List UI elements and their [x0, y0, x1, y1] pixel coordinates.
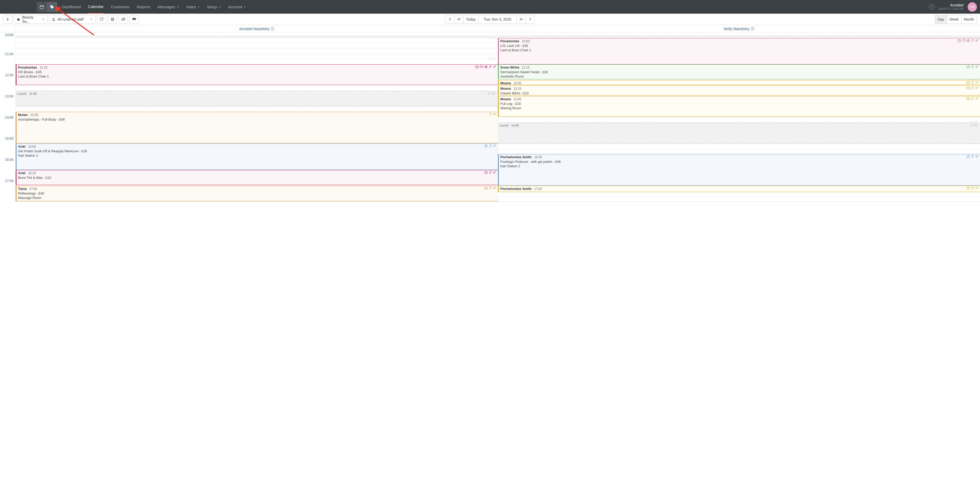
time-label: 11:00: [0, 54, 16, 75]
nav-customers[interactable]: Customers: [111, 0, 130, 14]
unavailable-block: [498, 35, 980, 38]
view-day-button[interactable]: Day: [935, 15, 947, 24]
cloud-icon: [480, 65, 483, 68]
time-gutter: 10:0011:0012:0013:0014:0015:0016:0017:00: [0, 33, 16, 202]
svg-rect-19: [967, 82, 970, 84]
time-label: 14:00: [0, 117, 16, 138]
next-week-button[interactable]: [517, 15, 526, 24]
person-icon: [971, 97, 974, 100]
caret-down-icon: ▼: [177, 6, 179, 8]
nav-messages[interactable]: Messages▼: [158, 0, 179, 14]
svg-point-20: [972, 81, 973, 83]
event-time: 12:45: [514, 97, 521, 101]
event-desc: HD Brows - £35: [18, 70, 496, 75]
person-icon: [489, 113, 492, 116]
svg-point-12: [490, 171, 491, 172]
event-icons: [967, 86, 978, 90]
calendar-event[interactable]: Mulan13:30Aromatherapy - Full Body - £48: [16, 112, 498, 143]
calendar-event[interactable]: Moana12:15Classic Bikini - £10: [498, 86, 980, 95]
calendar-event[interactable]: Snow White11:15DermaQuest Sweet Facial -…: [498, 64, 980, 79]
event-time: 16:15: [28, 171, 36, 175]
avatar[interactable]: AM: [967, 2, 977, 11]
event-customer: Pochahontas Smith: [500, 155, 531, 159]
tag-icon-button[interactable]: [47, 2, 57, 12]
calendar-event[interactable]: Ariel15:00Gel Polish Soak Off & Reapply …: [16, 143, 498, 170]
svg-rect-6: [476, 66, 479, 68]
calendar-event[interactable]: Pocahontas11:15HD Brows - £35Lash & Brow…: [16, 64, 498, 85]
check-icon: [493, 65, 496, 68]
event-customer: Lunch: [17, 91, 26, 96]
svg-rect-23: [967, 98, 970, 100]
hide-button[interactable]: [119, 15, 128, 24]
event-time: 12:00: [514, 81, 521, 85]
today-button[interactable]: Today: [463, 15, 479, 24]
expand-button[interactable]: [3, 15, 13, 24]
event-room: Nail Station 1: [18, 153, 496, 158]
nav-sales[interactable]: Sales▼: [186, 0, 200, 14]
calendar-event[interactable]: Pochahontas Smith15:30Footlogix Pedicure…: [498, 154, 980, 186]
calendar-event[interactable]: Moana12:45Full Leg - £20Waxing Room: [498, 96, 980, 117]
location-dropdown[interactable]: Beauty Sa... ▼: [14, 15, 48, 24]
svg-point-28: [972, 187, 973, 188]
calendar-event[interactable]: Pochahontas Smith17:00: [498, 186, 980, 192]
refresh-button[interactable]: [97, 15, 106, 24]
nav-reports[interactable]: Reports: [137, 0, 151, 14]
account-name: Annabel: [939, 3, 964, 8]
event-desc: Gel Polish Soak Off & Reapply Manicure -…: [18, 149, 496, 154]
help-icon[interactable]: ?: [929, 4, 935, 10]
next-day-button[interactable]: [526, 15, 535, 24]
event-customer: Mulan: [18, 113, 28, 117]
calendar-icon-button[interactable]: [37, 2, 47, 12]
date-picker[interactable]: Tue, Nov 3, 2020: [478, 15, 517, 24]
event-icons: [489, 113, 496, 116]
svg-rect-15: [958, 40, 961, 42]
svg-rect-17: [967, 66, 970, 68]
check-icon: [975, 39, 978, 42]
brief-icon: [967, 65, 970, 68]
calendar-event[interactable]: Lunch14:0014:00: [498, 122, 980, 143]
event-icons: [967, 65, 978, 68]
view-month-button[interactable]: Month: [961, 15, 977, 24]
column-header-2[interactable]: Molly Mawdsley: [498, 25, 980, 32]
calendar-event[interactable]: Tiana17:00Reflexology - £40Massage Room: [16, 186, 498, 201]
event-customer: Lunch: [500, 123, 509, 128]
event-customer: Tiana: [18, 186, 27, 191]
calendar-event[interactable]: Pocahontas10:00LVL Lash Lift - £35Lash &…: [498, 38, 980, 64]
cloud-download-button[interactable]: [129, 15, 139, 24]
event-customer: Ariel: [18, 144, 25, 149]
prev-day-button[interactable]: [445, 15, 454, 24]
svg-point-8: [490, 113, 491, 114]
view-week-button[interactable]: Week: [947, 15, 962, 24]
nav-dashboard[interactable]: Dashboard: [62, 0, 81, 14]
nav-account[interactable]: Account▼: [228, 0, 246, 14]
event-customer: Pocahontas: [500, 39, 519, 43]
calendar-event[interactable]: Lunch12:3012:30: [16, 91, 498, 107]
check-icon: [493, 113, 496, 116]
calendar-column-2[interactable]: 10:0011:0012:0013:0014:0015:0016:0017:00…: [498, 33, 980, 202]
event-desc: Brow Tint & Wax - £12: [18, 175, 496, 180]
time-label: 15:00: [0, 138, 16, 159]
svg-rect-9: [485, 145, 487, 147]
event-customer: Moana: [500, 97, 511, 102]
event-time: 12:15: [514, 87, 521, 91]
account-block[interactable]: Annabel BEAUTY SALON: [939, 3, 964, 11]
event-icons: [967, 81, 978, 84]
calendar-toolbar: Beauty Sa... ▼ All rostered staff ▼ Toda…: [0, 14, 980, 25]
staff-dropdown[interactable]: All rostered staff ▼: [49, 15, 95, 24]
svg-point-22: [972, 87, 973, 88]
nav-calendar[interactable]: Calendar: [88, 0, 103, 14]
event-time: 11:15: [522, 65, 530, 70]
column-header-1[interactable]: Annabel Mawdsley: [16, 25, 498, 32]
event-icons: [967, 97, 978, 100]
person-icon: [489, 171, 492, 174]
event-time: 15:00: [28, 145, 36, 149]
star-icon: [484, 65, 488, 68]
calendar-column-1[interactable]: 10:0011:0012:0013:0014:0015:0016:0017:00…: [16, 33, 498, 202]
prev-week-button[interactable]: [454, 15, 463, 24]
event-customer: Snow White: [500, 65, 519, 70]
brief-icon: [967, 86, 970, 90]
nav-setup[interactable]: Setup▼: [207, 0, 221, 14]
calendar-event[interactable]: Ariel16:15Brow Tint & Wax - £12: [16, 170, 498, 185]
calendar-event[interactable]: Moana12:00: [498, 80, 980, 85]
print-button[interactable]: [108, 15, 117, 24]
